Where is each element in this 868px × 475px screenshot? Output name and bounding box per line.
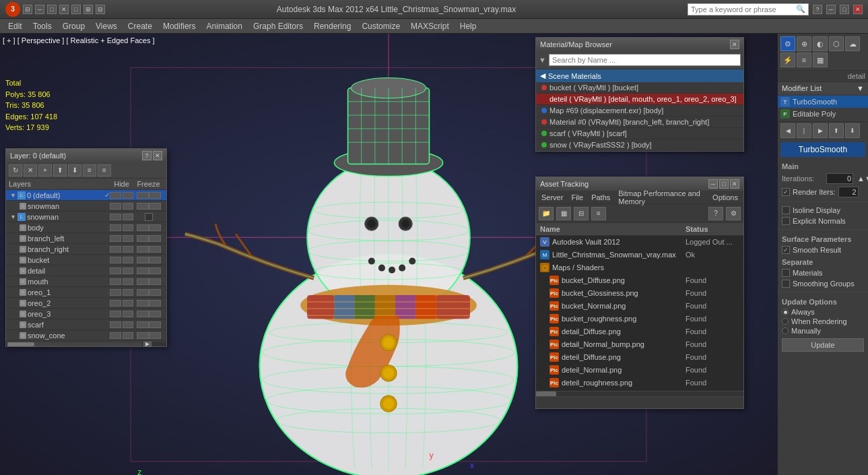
layer-item-0-default[interactable]: ▼ L 0 (default) ✓ xyxy=(6,190,166,201)
asset-row-deteil-normal[interactable]: Pic deteil_Normal.png Found xyxy=(536,364,743,377)
layer-close-btn[interactable]: ✕ xyxy=(153,151,162,160)
window-minimize-btn[interactable]: ─ xyxy=(826,5,836,14)
toolbar-icon-7[interactable]: ≡ xyxy=(797,53,811,67)
asset-row-deteil-roughness[interactable]: Pic deteil_roughness.png Found xyxy=(536,377,743,389)
modifier-turbosmooth[interactable]: T TurboSmooth xyxy=(778,96,868,108)
title-btn3[interactable]: ⊞ xyxy=(84,5,93,14)
mat-item-material0[interactable]: Material #0 (VRayMtl) [branch_left, bran… xyxy=(536,117,743,128)
layer-item-mouth[interactable]: ○ mouth xyxy=(6,276,166,287)
asset-menu-options[interactable]: Options xyxy=(710,193,741,201)
toolbar-icon-4[interactable]: ⬡ xyxy=(829,36,844,51)
layer-item-scarf[interactable]: ○ scarf xyxy=(6,319,166,330)
asset-close-btn[interactable]: ✕ xyxy=(730,179,739,189)
layer-item-oreo2[interactable]: ○ oreo_2 xyxy=(6,298,166,309)
layer-snowman1-freeze-dot2[interactable] xyxy=(149,203,161,210)
nav-btn-1[interactable]: ◀ xyxy=(780,123,795,138)
modifier-dropdown-arrow[interactable]: ▼ xyxy=(857,84,864,92)
layer-item-branch-right[interactable]: ○ branch_right xyxy=(6,244,166,255)
layer-0-freeze-dot2[interactable] xyxy=(149,192,161,199)
layer-scrollbar-thumb[interactable] xyxy=(7,342,34,346)
asset-row-bucket-glossiness[interactable]: Pic bucket_Glossiness.png Found xyxy=(536,287,743,300)
asset-minimize-btn[interactable]: ─ xyxy=(708,179,718,189)
iterations-spinner[interactable]: ▲▼ xyxy=(857,175,868,183)
menu-item-maxscript[interactable]: MAXScript xyxy=(405,20,455,32)
layer-item-oreo3[interactable]: ○ oreo_3 xyxy=(6,309,166,319)
layer-0-freeze-dot[interactable] xyxy=(137,192,149,199)
layer-toolbar-delete[interactable]: ✕ xyxy=(24,164,37,177)
asset-toolbar-btn3[interactable]: ⊟ xyxy=(574,207,589,220)
asset-menu-paths[interactable]: Paths xyxy=(589,193,613,201)
nav-btn-5[interactable]: ⬇ xyxy=(845,123,860,138)
layer-item-snowman-group[interactable]: ▼ L snowman xyxy=(6,212,166,222)
menu-item-graph editors[interactable]: Graph Editors xyxy=(248,20,308,32)
layer-item-branch-left[interactable]: ○ branch_left xyxy=(6,233,166,244)
window-maximize-btn[interactable]: □ xyxy=(840,5,849,14)
restore-btn[interactable]: ⊟ xyxy=(23,5,32,14)
when-rendering-radio[interactable] xyxy=(782,318,789,325)
layer-scrollbar[interactable]: ▶ xyxy=(6,341,166,346)
toolbar-icon-3[interactable]: ◐ xyxy=(813,36,828,51)
nav-btn-4[interactable]: ⬆ xyxy=(829,123,844,138)
layer-toolbar-down[interactable]: ⬇ xyxy=(68,164,81,177)
asset-menu-server[interactable]: Server xyxy=(539,193,566,201)
toolbar-icon-6[interactable]: ⚡ xyxy=(780,53,795,67)
asset-row-vault[interactable]: V Autodesk Vault 2012 Logged Out ... xyxy=(536,236,743,249)
layer-snowman-group-hide-dot2[interactable] xyxy=(123,214,134,220)
mat-browser-close-btn[interactable]: ✕ xyxy=(730,40,739,49)
smoothing-groups-checkbox[interactable] xyxy=(782,280,790,288)
smooth-result-checkbox[interactable] xyxy=(782,246,790,254)
update-button[interactable]: Update xyxy=(782,338,864,352)
asset-menu-bitmap[interactable]: Bitmap Performance and Memory xyxy=(615,189,707,205)
mat-item-deteil[interactable]: deteil ( VRayMtl ) [detail, mouth, oreo_… xyxy=(536,94,743,105)
layer-item-body[interactable]: ○ body xyxy=(6,222,166,233)
layer-item-bucket[interactable]: ○ bucket xyxy=(6,255,166,265)
asset-row-bucket-diffuse[interactable]: Pic bucket_Diffuse.png Found xyxy=(536,274,743,287)
asset-row-deteil-diffuse[interactable]: Pic deteil_Diffuse.png Found xyxy=(536,351,743,364)
minimize-btn[interactable]: ─ xyxy=(35,5,44,14)
menu-item-help[interactable]: Help xyxy=(455,20,482,32)
layer-item-oreo1[interactable]: ○ oreo_1 xyxy=(6,287,166,298)
layer-item-snowman-1[interactable]: ○ snowman xyxy=(6,201,166,212)
asset-toolbar-btn1[interactable]: 📁 xyxy=(539,207,554,220)
toolbar-icon-5[interactable]: ☁ xyxy=(845,36,860,51)
manually-radio[interactable] xyxy=(782,327,789,334)
layer-help-btn[interactable]: ? xyxy=(142,151,152,160)
modifier-editable-poly[interactable]: P Editable Poly xyxy=(778,108,868,120)
menu-item-edit[interactable]: Edit xyxy=(3,20,28,32)
mat-item-bucket[interactable]: bucket ( VRayMtl ) [bucket] xyxy=(536,82,743,94)
layer-toolbar-view2[interactable]: ≡ xyxy=(98,164,111,177)
always-radio[interactable] xyxy=(782,309,789,315)
layer-snowman1-hide-dot[interactable] xyxy=(110,203,121,210)
title-btn2[interactable]: □ xyxy=(71,5,81,14)
asset-row-bucket-roughness[interactable]: Pic bucket_roughness.png Found xyxy=(536,313,743,325)
layer-0-hide-dot[interactable] xyxy=(110,192,121,199)
layer-snowman1-hide-dot2[interactable] xyxy=(123,203,134,210)
layer-snowman-group-cb[interactable] xyxy=(133,213,164,221)
layer-item-snow-cone[interactable]: ○ snow_cone xyxy=(6,330,166,341)
search-bar[interactable]: 🔍 xyxy=(688,3,809,15)
toolbar-icon-1[interactable]: ⚙ xyxy=(780,36,795,51)
asset-maximize-btn[interactable]: □ xyxy=(719,179,729,189)
menu-item-views[interactable]: Views xyxy=(90,20,123,32)
render-iters-input[interactable] xyxy=(838,187,859,197)
layer-0-hide-dot2[interactable] xyxy=(123,192,134,199)
toolbar-icon-8[interactable]: ▦ xyxy=(813,53,828,67)
asset-toolbar-help[interactable]: ? xyxy=(708,207,723,220)
mat-search-input[interactable] xyxy=(549,54,741,66)
menu-item-animation[interactable]: Animation xyxy=(201,20,248,32)
help-icon[interactable]: ? xyxy=(813,5,822,14)
asset-toolbar-btn2[interactable]: ▦ xyxy=(556,207,571,220)
asset-horizontal-scrollbar[interactable] xyxy=(536,391,743,396)
close-icon-title[interactable]: ✕ xyxy=(59,5,69,14)
asset-row-detail-normal-bump[interactable]: Pic detail_Normal_bump.png Found xyxy=(536,338,743,351)
menu-item-group[interactable]: Group xyxy=(57,20,90,32)
layer-scroll-right-btn[interactable]: ▶ xyxy=(143,342,152,347)
mat-item-map69[interactable]: Map #69 (displacement.exr) [body] xyxy=(536,105,743,117)
layer-toolbar-add[interactable]: + xyxy=(38,164,52,177)
layer-snowman1-freeze-dot[interactable] xyxy=(137,203,149,210)
maximize-btn[interactable]: □ xyxy=(47,5,57,14)
asset-row-main-file[interactable]: M Little_Christmas_Snowman_vray.max Ok xyxy=(536,249,743,261)
explicit-normals-checkbox[interactable] xyxy=(782,217,790,225)
asset-row-bucket-normal[interactable]: Pic bucket_Normal.png Found xyxy=(536,300,743,313)
window-close-btn[interactable]: ✕ xyxy=(853,5,863,14)
